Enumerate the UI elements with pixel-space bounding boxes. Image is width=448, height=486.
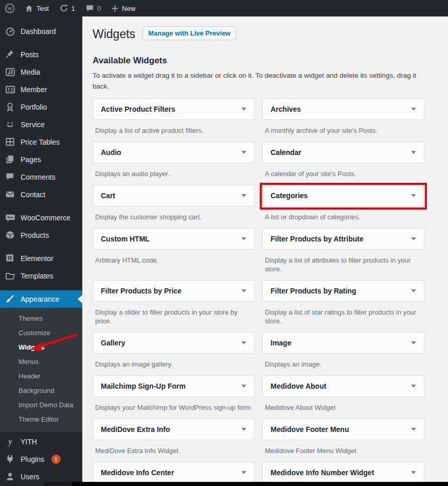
sidebar-item-posts[interactable]: Posts xyxy=(0,46,82,63)
sidebar-item-dashboard[interactable]: Dashboard xyxy=(0,23,82,40)
chevron-down-icon[interactable] xyxy=(411,237,416,240)
submenu-item-themes[interactable]: Themes xyxy=(0,311,82,326)
pushpin-icon xyxy=(5,49,15,60)
sidebar-item-price-tables[interactable]: Price Tables xyxy=(0,133,82,151)
update-icon xyxy=(59,4,68,13)
chevron-down-icon[interactable] xyxy=(411,341,416,344)
widget-title: Calendar xyxy=(271,148,301,157)
sidebar-label: Users xyxy=(21,473,40,481)
widget-card-medidove-footer-menu[interactable]: Medidove Footer Menu xyxy=(262,419,424,440)
sidebar-item-portfolio[interactable]: Portfolio xyxy=(0,98,82,116)
chevron-down-icon[interactable] xyxy=(411,471,416,474)
chevron-down-icon[interactable] xyxy=(411,385,416,388)
chevron-down-icon[interactable] xyxy=(241,289,246,292)
chevron-down-icon[interactable] xyxy=(411,151,416,154)
elementor-icon xyxy=(5,253,15,264)
widget-card-calendar[interactable]: Calendar xyxy=(262,142,424,163)
widget-card-archives[interactable]: Archives xyxy=(262,98,424,120)
chevron-down-icon[interactable] xyxy=(241,108,246,111)
widget-title: Filter Products by Attribute xyxy=(271,235,364,243)
widget-card-filter-products-by-attribute[interactable]: Filter Products by Attribute xyxy=(262,228,424,250)
sidebar-item-yith[interactable]: y YITH xyxy=(0,433,82,450)
chevron-down-icon[interactable] xyxy=(241,341,246,344)
sidebar-item-comments[interactable]: Comments xyxy=(0,168,82,186)
chevron-down-icon[interactable] xyxy=(241,428,246,431)
widget-card-medidove-info-number-widget[interactable]: Medidove Info Number Widget xyxy=(262,462,424,483)
widget-card-mailchimp-sign-up-form[interactable]: Mailchimp Sign-Up Form xyxy=(93,375,255,397)
sidebar-item-member[interactable]: Member xyxy=(0,81,82,98)
chevron-down-icon[interactable] xyxy=(241,385,246,388)
widget-card-medidove-info-center[interactable]: Medidove Info Center xyxy=(93,462,255,483)
widget-card-image[interactable]: Image xyxy=(262,332,424,354)
sidebar-item-products[interactable]: Products xyxy=(0,227,82,244)
widget-title: Medidove Info Number Widget xyxy=(271,468,374,477)
sidebar-item-media[interactable]: Media xyxy=(0,63,82,81)
sidebar-label: Contact xyxy=(21,190,45,199)
chevron-down-icon[interactable] xyxy=(241,237,246,240)
widget-title: Archives xyxy=(271,105,301,113)
available-widgets-heading: Available Widgets xyxy=(93,56,438,66)
new-content-menu[interactable]: New xyxy=(106,0,140,16)
manage-live-preview-button[interactable]: Manage with Live Preview xyxy=(142,26,236,40)
widget-card-filter-products-by-rating[interactable]: Filter Products by Rating xyxy=(262,280,424,302)
widget-description: Displays an image gallery. xyxy=(95,360,252,369)
submenu-item-theme-editor[interactable]: Theme Editor xyxy=(0,412,82,427)
widget-cell-filter-products-by-rating: Filter Products by Rating Display a list… xyxy=(262,280,424,332)
sidebar-label: Portfolio xyxy=(21,103,47,111)
widget-card-cart[interactable]: Cart xyxy=(93,185,255,206)
chevron-down-icon[interactable] xyxy=(411,108,416,111)
widget-title: Mailchimp Sign-Up Form xyxy=(101,382,186,390)
submenu-item-header[interactable]: Header xyxy=(0,369,82,384)
site-name: Test xyxy=(37,5,49,12)
svg-text:y: y xyxy=(7,437,12,446)
widget-card-categories[interactable]: Categories xyxy=(262,185,424,206)
widget-cell-image: Image Displays an image. xyxy=(262,332,424,375)
wordpress-logo-menu[interactable]: W xyxy=(0,0,20,16)
sidebar-label: Pages xyxy=(21,155,41,164)
chevron-down-icon[interactable] xyxy=(241,151,246,154)
widget-title: Filter Products by Rating xyxy=(271,287,356,295)
widget-card-custom-html[interactable]: Custom HTML xyxy=(93,228,255,250)
update-count: 1 xyxy=(71,5,75,12)
widget-card-active-product-filters[interactable]: Active Product Filters xyxy=(93,98,255,120)
chevron-down-icon[interactable] xyxy=(241,471,246,474)
updates-menu[interactable]: 1 xyxy=(54,0,80,16)
admin-sidebar: Dashboard Posts Media Member Portfolio S… xyxy=(0,16,82,486)
sidebar-item-plugins[interactable]: Plugins 1 xyxy=(0,450,82,468)
page-title: Widgets xyxy=(93,27,135,42)
chevron-down-icon[interactable] xyxy=(241,194,246,197)
sidebar-item-contact[interactable]: Contact xyxy=(0,186,82,203)
widget-card-medidove-about[interactable]: Medidove About xyxy=(262,375,424,397)
widget-cell-custom-html: Custom HTML Arbitrary HTML code. xyxy=(93,228,255,280)
sidebar-item-woocommerce[interactable]: Woo WooCommerce xyxy=(0,209,82,227)
admin-bar: W Test 1 0 New xyxy=(0,0,448,16)
widget-title: Custom HTML xyxy=(101,235,150,243)
site-link[interactable]: Test xyxy=(20,0,54,16)
chevron-down-icon[interactable] xyxy=(411,194,416,197)
widget-cell-gallery: Gallery Displays an image gallery. xyxy=(93,332,255,375)
sidebar-item-elementor[interactable]: Elementor xyxy=(0,250,82,267)
submenu-item-background[interactable]: Background xyxy=(0,384,82,398)
sidebar-item-appearance[interactable]: Appearance xyxy=(0,290,82,308)
widget-card-gallery[interactable]: Gallery xyxy=(93,332,255,354)
dashboard-gauge-icon xyxy=(5,26,15,37)
submenu-item-customize[interactable]: Customize xyxy=(0,326,82,340)
sidebar-item-service[interactable]: Service xyxy=(0,116,82,133)
chevron-down-icon[interactable] xyxy=(411,428,416,431)
sidebar-label: Media xyxy=(21,68,40,76)
widget-card-audio[interactable]: Audio xyxy=(93,142,255,163)
submenu-item-widgets[interactable]: Widgets xyxy=(0,340,82,355)
product-box-icon xyxy=(5,230,15,240)
sidebar-label: Products xyxy=(21,231,49,239)
comments-menu[interactable]: 0 xyxy=(80,0,106,16)
sidebar-item-pages[interactable]: Pages xyxy=(0,151,82,168)
chevron-down-icon[interactable] xyxy=(411,289,416,292)
sidebar-item-templates[interactable]: Templates xyxy=(0,267,82,285)
widget-card-filter-products-by-price[interactable]: Filter Products by Price xyxy=(93,280,255,302)
submenu-item-import-demo-data[interactable]: Import Demo Data xyxy=(0,398,82,412)
widget-cell-filter-products-by-price: Filter Products by Price Display a slide… xyxy=(93,280,255,332)
sidebar-label: Posts xyxy=(21,50,39,59)
submenu-item-menus[interactable]: Menus xyxy=(0,355,82,369)
current-menu-notch xyxy=(78,295,82,303)
widget-card-medidove-extra-info[interactable]: MediDove Extra Info xyxy=(93,419,255,440)
